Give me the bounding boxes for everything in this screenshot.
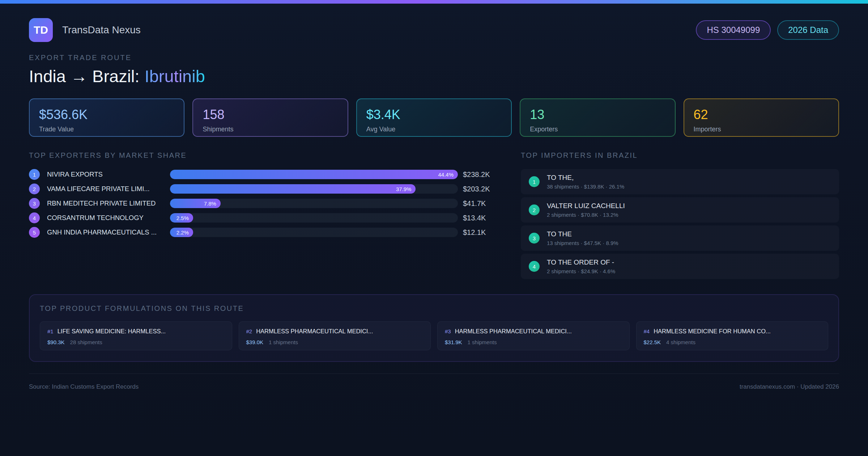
importer-name: VALTER LUIZ CACHELLI — [547, 202, 625, 210]
rank-badge: 5 — [29, 227, 40, 238]
exporter-value: $13.4K — [463, 214, 503, 222]
app-name: TransData Nexus — [62, 24, 141, 36]
exporter-name: RBN MEDITECH PRIVATE LIMITED — [47, 199, 170, 207]
exporter-row[interactable]: 3 RBN MEDITECH PRIVATE LIMITED 7.8% $41.… — [29, 198, 503, 209]
share-percent-label: 44.4% — [438, 172, 454, 178]
formulation-shipments: 1 shipments — [468, 339, 497, 345]
importers-section: TOP IMPORTERS IN BRAZIL 1 TO THE, 38 shi… — [521, 151, 839, 282]
stat-cards-row: $536.6K Trade Value 158 Shipments $3.4K … — [29, 98, 839, 137]
exporter-row[interactable]: 4 CORSANTRUM TECHNOLOGY 2.5% $13.4K — [29, 212, 503, 223]
importer-meta: 2 shipments · $24.9K · 4.6% — [547, 268, 615, 274]
importer-card[interactable]: 2 VALTER LUIZ CACHELLI 2 shipments · $70… — [521, 197, 839, 223]
market-share-bar-fill: 44.4% — [170, 170, 458, 179]
exporter-name: VAMA LIFECARE PRIVATE LIMI... — [47, 185, 170, 193]
share-percent-label: 7.8% — [204, 200, 216, 207]
formulation-value: $31.9K — [445, 339, 462, 345]
stat-label: Exporters — [530, 126, 665, 133]
app-logo[interactable]: TD — [29, 18, 53, 42]
formulation-name: HARMLESS PHARMACEUTICAL MEDICI... — [455, 328, 572, 335]
page-eyebrow: EXPORT TRADE ROUTE — [29, 54, 839, 62]
source-text: Source: Indian Customs Export Records — [29, 383, 139, 390]
formulations-panel: TOP PRODUCT FORMULATIONS ON THIS ROUTE #… — [29, 294, 839, 362]
share-percent-label: 2.2% — [176, 229, 189, 236]
exporter-row[interactable]: 5 GNH INDIA PHARMACEUTICALS ... 2.2% $12… — [29, 227, 503, 238]
exporter-name: CORSANTRUM TECHNOLOGY — [47, 214, 170, 222]
formulation-cards-row: #1 LIFE SAVING MEDICINE: HARMLESS... $90… — [40, 321, 828, 350]
importer-meta: 38 shipments · $139.8K · 26.1% — [547, 183, 624, 190]
formulation-card[interactable]: #4 HARMLESS MEDICINE FOR HUMAN CO... $22… — [636, 321, 829, 350]
importer-meta: 13 shipments · $47.5K · 8.9% — [547, 240, 618, 246]
rank-badge: 3 — [29, 198, 40, 209]
stat-value: 13 — [530, 107, 665, 122]
exporter-value: $203.2K — [463, 185, 503, 193]
formulation-rank: #4 — [644, 328, 650, 334]
importer-card[interactable]: 1 TO THE, 38 shipments · $139.8K · 26.1% — [521, 169, 839, 194]
formulation-name: HARMLESS PHARMACEUTICAL MEDICI... — [256, 328, 373, 335]
exporters-section: TOP EXPORTERS BY MARKET SHARE 1 NIVIRA E… — [29, 151, 503, 282]
stat-card-trade-value: $536.6K Trade Value — [29, 98, 184, 137]
stat-value: $3.4K — [366, 107, 502, 122]
importer-name: TO THE — [547, 230, 618, 238]
stat-value: $536.6K — [39, 107, 174, 122]
stat-label: Importers — [694, 126, 829, 133]
market-share-bar-fill: 37.9% — [170, 184, 416, 194]
stat-card-avg-value: $3.4K Avg Value — [356, 98, 512, 137]
formulation-name: HARMLESS MEDICINE FOR HUMAN CO... — [654, 328, 771, 335]
importers-section-title: TOP IMPORTERS IN BRAZIL — [521, 151, 839, 160]
share-percent-label: 2.5% — [176, 215, 189, 221]
formulation-card[interactable]: #1 LIFE SAVING MEDICINE: HARMLESS... $90… — [40, 321, 232, 350]
formulation-rank: #3 — [445, 328, 451, 334]
exporter-row[interactable]: 2 VAMA LIFECARE PRIVATE LIMI... 37.9% $2… — [29, 183, 503, 194]
year-data-badge[interactable]: 2026 Data — [777, 20, 839, 40]
importer-rank-badge: 1 — [529, 176, 540, 187]
dashboard-page: TD TransData Nexus HS 30049099 2026 Data… — [0, 18, 868, 390]
stat-value: 62 — [694, 107, 829, 122]
rank-badge: 2 — [29, 183, 40, 194]
importer-name: TO THE, — [547, 174, 624, 182]
stat-card-exporters: 13 Exporters — [520, 98, 675, 137]
importer-rank-badge: 4 — [529, 261, 540, 272]
importer-card[interactable]: 4 TO THE ORDER OF - 2 shipments · $24.9K… — [521, 254, 839, 279]
formulation-card[interactable]: #3 HARMLESS PHARMACEUTICAL MEDICI... $31… — [437, 321, 630, 350]
market-share-bar-track: 44.4% — [170, 170, 458, 179]
stat-value: 158 — [203, 107, 338, 122]
footer: Source: Indian Customs Export Records tr… — [29, 373, 839, 390]
importer-rank-badge: 2 — [529, 204, 540, 215]
formulation-value: $22.5K — [644, 339, 661, 345]
importer-card[interactable]: 3 TO THE 13 shipments · $47.5K · 8.9% — [521, 225, 839, 251]
formulation-shipments: 1 shipments — [269, 339, 298, 345]
stat-card-importers: 62 Importers — [684, 98, 839, 137]
stat-label: Avg Value — [366, 126, 502, 133]
market-share-bar-track: 2.5% — [170, 213, 458, 223]
exporter-name: GNH INDIA PHARMACEUTICALS ... — [47, 228, 170, 236]
title-product-accent: Ibrutinib — [145, 67, 205, 86]
market-share-bar-fill: 7.8% — [170, 199, 221, 208]
main-columns: TOP EXPORTERS BY MARKET SHARE 1 NIVIRA E… — [29, 151, 839, 282]
exporter-value: $41.7K — [463, 199, 503, 208]
header: TD TransData Nexus HS 30049099 2026 Data — [29, 18, 839, 42]
formulations-title: TOP PRODUCT FORMULATIONS ON THIS ROUTE — [40, 304, 828, 313]
share-percent-label: 37.9% — [396, 186, 412, 192]
importer-rank-badge: 3 — [529, 233, 540, 244]
exporter-value: $12.1K — [463, 228, 503, 237]
formulation-value: $39.0K — [246, 339, 264, 345]
stat-card-shipments: 158 Shipments — [192, 98, 348, 137]
market-share-bar-fill: 2.5% — [170, 213, 193, 223]
title-route: India → Brazil: — [29, 67, 140, 86]
formulation-name: LIFE SAVING MEDICINE: HARMLESS... — [58, 328, 166, 335]
site-text: transdatanexus.com · Updated 2026 — [740, 383, 839, 390]
formulation-rank: #1 — [47, 328, 54, 334]
page-title: India → Brazil:Ibrutinib — [29, 66, 839, 86]
formulation-shipments: 28 shipments — [70, 339, 102, 345]
exporter-row[interactable]: 1 NIVIRA EXPORTS 44.4% $238.2K — [29, 169, 503, 180]
formulation-value: $90.3K — [47, 339, 65, 345]
stat-label: Trade Value — [39, 126, 174, 133]
formulation-card[interactable]: #2 HARMLESS PHARMACEUTICAL MEDICI... $39… — [239, 321, 431, 350]
hs-code-badge[interactable]: HS 30049099 — [696, 20, 771, 40]
market-share-bar-track: 37.9% — [170, 184, 458, 194]
stat-label: Shipments — [203, 126, 338, 133]
importer-meta: 2 shipments · $70.8K · 13.2% — [547, 212, 625, 218]
exporter-name: NIVIRA EXPORTS — [47, 170, 170, 178]
formulation-shipments: 4 shipments — [666, 339, 695, 345]
exporter-value: $238.2K — [463, 170, 503, 179]
